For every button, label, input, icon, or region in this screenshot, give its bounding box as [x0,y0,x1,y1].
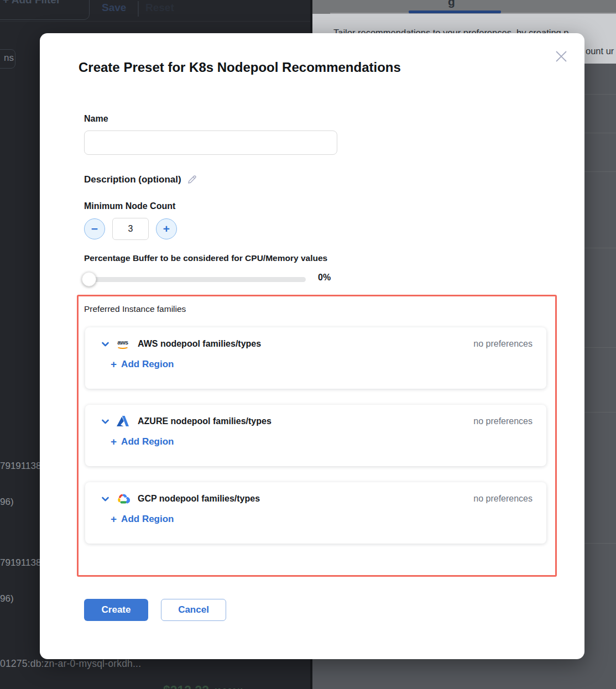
min-node-count-label: Minimum Node Count [84,201,175,211]
add-region-button[interactable]: + Add Region [111,436,174,448]
background-chip-label: ns [4,53,14,64]
provider-card-title: AWS nodepool families/types [138,339,261,349]
drawer-active-tab-indicator [409,11,501,13]
plus-icon: + [111,436,117,448]
add-filter-label: + Add Filter [3,0,60,6]
increment-button[interactable]: + [156,218,177,239]
cost-percent: (100%) [213,687,244,689]
reset-button[interactable]: Reset [145,2,174,14]
decrement-button[interactable]: − [84,218,105,239]
topbar-divider [0,21,310,22]
slider-value: 0% [318,273,331,283]
name-label: Name [84,114,108,124]
gcp-logo-icon [116,492,130,505]
chevron-down-icon[interactable] [101,340,110,349]
add-region-label: Add Region [121,359,174,370]
background-chip[interactable]: ns [0,49,15,69]
add-region-label: Add Region [121,514,174,525]
name-input[interactable] [84,131,337,155]
create-button[interactable]: Create [84,599,148,621]
plus-icon: + [111,358,117,370]
close-button[interactable] [551,46,571,66]
min-node-count-stepper: − + [84,218,177,240]
azure-logo-icon [116,415,130,428]
add-filter-button[interactable]: + Add Filter [0,0,90,20]
cost-value: $313.33 [163,683,209,689]
table-cell-fragment: 79191138 [0,557,41,568]
table-cell-fragment: 96) [0,593,14,604]
table-cell-fragment: 79191138 [0,461,41,472]
aws-logo-icon: aws [116,337,130,351]
drawer-description-text-fragment: ount ur [586,46,614,56]
plus-icon: + [163,223,170,234]
chevron-down-icon[interactable] [101,494,110,504]
provider-card-gcp: GCP nodepool families/types no preferenc… [85,482,546,544]
add-region-button[interactable]: + Add Region [111,513,174,525]
preferred-families-label: Preferred Instance families [84,304,186,314]
chevron-down-icon[interactable] [101,417,110,426]
provider-status: no preferences [473,416,533,426]
description-label: Description (optional) [84,174,181,185]
provider-status: no preferences [473,494,533,504]
edit-pencil-icon[interactable] [187,175,197,185]
drawer-tab-label-fragment: g [448,0,455,8]
add-region-label: Add Region [121,436,174,447]
minus-icon: − [91,223,98,234]
provider-status: no preferences [473,339,533,349]
cost-fragment: $313.33(100%) [163,683,244,689]
provider-card-title: GCP nodepool families/types [138,494,260,504]
buffer-slider: 0% [84,271,338,286]
table-cell-fragment: 96) [0,497,14,508]
create-preset-modal: Create Preset for K8s Nodepool Recommend… [40,33,584,659]
slider-thumb[interactable] [82,272,96,286]
screen: + Add Filter Save Reset ns 79191138 96) … [0,0,616,689]
provider-card-title: AZURE nodepool families/types [138,416,272,426]
slider-track[interactable] [84,277,306,282]
description-row: Description (optional) [84,174,197,185]
provider-card-header[interactable]: aws AWS nodepool families/types no prefe… [101,337,533,351]
cancel-button[interactable]: Cancel [161,599,226,621]
topbar-separator [138,1,139,17]
provider-card-header[interactable]: GCP nodepool families/types no preferenc… [101,492,533,505]
modal-title: Create Preset for K8s Nodepool Recommend… [79,60,401,75]
provider-card-header[interactable]: AZURE nodepool families/types no prefere… [101,415,533,428]
add-region-button[interactable]: + Add Region [111,358,174,370]
resource-id-fragment: 01275:db:zn-ar-0-mysql-orkdh... [0,658,141,670]
save-button[interactable]: Save [102,2,126,14]
close-icon [553,48,570,65]
provider-card-azure: AZURE nodepool families/types no prefere… [85,405,546,466]
plus-icon: + [111,513,117,525]
provider-card-aws: aws AWS nodepool families/types no prefe… [85,327,546,389]
modal-actions: Create Cancel [84,599,226,621]
buffer-label: Percentage Buffer to be considered for C… [84,253,327,263]
min-node-count-input[interactable] [112,218,149,240]
